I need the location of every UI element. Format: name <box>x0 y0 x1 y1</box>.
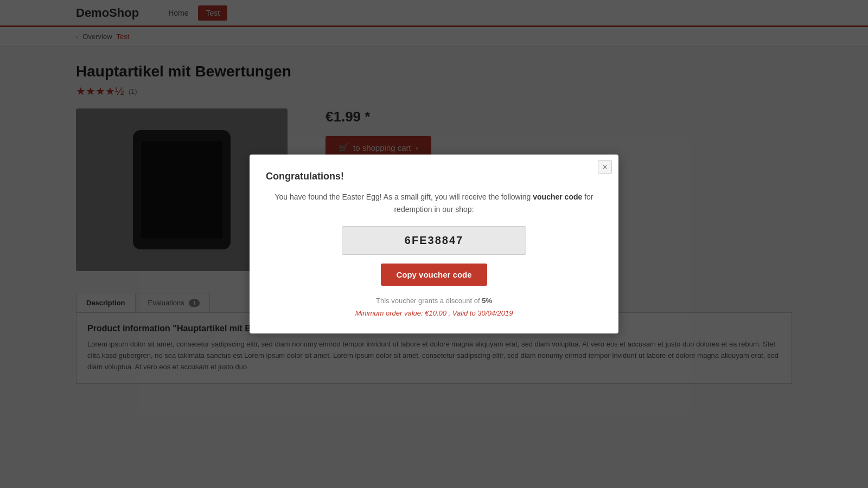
discount-text: This voucher grants a discount of 5% <box>266 297 602 305</box>
modal-close-button[interactable]: × <box>598 160 612 174</box>
modal-overlay: × Congratulations! You have found the Ea… <box>0 0 868 488</box>
validity-text: Minimum order value: €10.00 , Valid to 3… <box>266 309 602 317</box>
modal-title: Congratulations! <box>266 171 602 182</box>
modal-body-text: You have found the Easter Egg! As a smal… <box>266 191 602 215</box>
voucher-modal: × Congratulations! You have found the Ea… <box>250 155 618 333</box>
discount-value: 5% <box>482 297 492 305</box>
voucher-word: voucher code <box>533 192 582 201</box>
copy-voucher-button[interactable]: Copy voucher code <box>381 264 487 286</box>
modal-body-before: You have found the Easter Egg! As a smal… <box>275 192 531 201</box>
discount-before: This voucher grants a discount of <box>376 297 480 305</box>
voucher-code-display: 6FE38847 <box>342 226 526 255</box>
